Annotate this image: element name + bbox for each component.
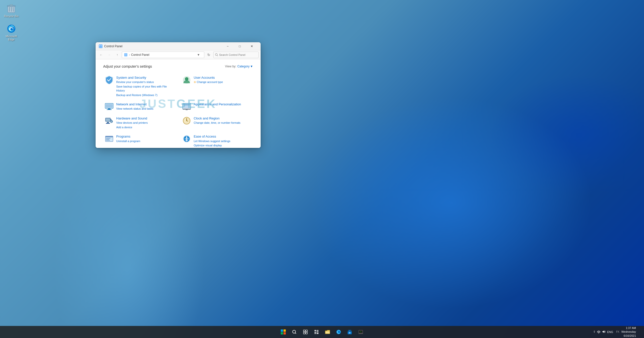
programs-icon bbox=[105, 134, 114, 143]
control-panel-window: Control Panel − □ ✕ ← → ↑ › Control Pane… bbox=[96, 42, 261, 148]
address-field[interactable]: › Control Panel ▼ bbox=[122, 52, 204, 58]
category-clock[interactable]: Clock and Region Change date, time, or n… bbox=[181, 114, 253, 131]
hardware-icon bbox=[105, 116, 114, 125]
appearance-icon bbox=[182, 102, 191, 111]
clock-content: Clock and Region Change date, time, or n… bbox=[194, 116, 252, 125]
svg-rect-13 bbox=[125, 54, 126, 55]
svg-rect-22 bbox=[106, 104, 113, 108]
widgets-icon bbox=[314, 330, 319, 334]
category-programs[interactable]: Programs Uninstall a program bbox=[103, 132, 176, 148]
clock-icon bbox=[182, 116, 191, 125]
explorer-icon bbox=[325, 330, 330, 334]
page-title: Adjust your computer's settings bbox=[103, 64, 152, 68]
svg-rect-29 bbox=[186, 110, 188, 110]
maximize-button[interactable]: □ bbox=[234, 42, 246, 50]
network-tray-icon[interactable] bbox=[597, 330, 600, 334]
taskbar-right: ⇧ ENG FK 1:37 AM Wednesday bbox=[593, 326, 640, 338]
category-network[interactable]: Network and Internet View network status… bbox=[103, 100, 176, 113]
category-system-security[interactable]: System and Security Review your computer… bbox=[103, 73, 176, 99]
svg-rect-8 bbox=[99, 45, 100, 46]
svg-point-17 bbox=[215, 54, 217, 56]
search-icon bbox=[215, 53, 218, 56]
taskbar-store-button[interactable]: M bbox=[345, 327, 355, 337]
link-add-device[interactable]: Add a device bbox=[116, 125, 174, 130]
svg-rect-12 bbox=[124, 53, 127, 56]
taskbar-taskview-button[interactable] bbox=[300, 327, 310, 337]
link-uninstall[interactable]: Uninstall a program bbox=[116, 139, 174, 143]
user-accounts-title[interactable]: User Accounts bbox=[194, 75, 252, 80]
microsoft-edge-desktop-icon[interactable]: Microsoft Edge bbox=[1, 23, 21, 42]
svg-text:M: M bbox=[349, 332, 350, 334]
svg-rect-59 bbox=[303, 330, 305, 332]
category-appearance[interactable]: Appearance and Personalization bbox=[181, 100, 253, 113]
view-by-arrow: ▼ bbox=[250, 65, 253, 68]
svg-rect-67 bbox=[325, 331, 330, 334]
forward-button[interactable]: → bbox=[106, 51, 113, 58]
search-input[interactable] bbox=[219, 53, 257, 56]
close-button[interactable]: ✕ bbox=[246, 42, 258, 50]
start-button[interactable] bbox=[278, 327, 288, 337]
svg-rect-16 bbox=[126, 55, 127, 56]
svg-rect-53 bbox=[281, 329, 283, 332]
svg-rect-56 bbox=[284, 332, 286, 334]
link-change-account[interactable]: ⚙ Change account type bbox=[194, 80, 252, 84]
view-by-dropdown[interactable]: Category ▼ bbox=[237, 65, 253, 68]
taskbar-media-button[interactable] bbox=[356, 327, 366, 337]
volume-tray-icon[interactable] bbox=[602, 330, 606, 334]
category-user-accounts[interactable]: User Accounts ⚙ Change account type bbox=[181, 73, 253, 99]
link-devices-printers[interactable]: View devices and printers bbox=[116, 121, 174, 125]
dropdown-btn[interactable]: ▼ bbox=[195, 51, 202, 58]
up-button[interactable]: ↑ bbox=[114, 51, 121, 58]
link-visual-display[interactable]: Optimize visual display bbox=[194, 143, 252, 148]
ease-title[interactable]: Ease of Access bbox=[194, 134, 252, 139]
svg-rect-43 bbox=[106, 138, 110, 139]
category-ease[interactable]: Ease of Access Let Windows suggest setti… bbox=[181, 132, 253, 148]
svg-line-3 bbox=[9, 7, 10, 12]
link-file-history[interactable]: Save backup copies of your files with Fi… bbox=[116, 84, 174, 93]
edge-image bbox=[6, 24, 16, 34]
lang-indicator[interactable]: ENG bbox=[607, 330, 613, 333]
refresh-button[interactable]: ↻ bbox=[205, 51, 212, 58]
category-hardware[interactable]: Hardware and Sound View devices and prin… bbox=[103, 114, 176, 131]
back-button[interactable]: ← bbox=[98, 51, 105, 58]
taskbar-search-icon bbox=[292, 330, 297, 334]
recycle-bin-label: Recycle Bin bbox=[4, 15, 19, 18]
network-links: View network status and tasks bbox=[116, 107, 174, 111]
minimize-button[interactable]: − bbox=[222, 42, 233, 50]
hardware-links: View devices and printers Add a device bbox=[116, 121, 174, 129]
svg-rect-11 bbox=[101, 47, 102, 48]
clock-title[interactable]: Clock and Region bbox=[194, 116, 252, 121]
taskbar-explorer-button[interactable] bbox=[323, 327, 333, 337]
tray-up-arrow[interactable]: ⇧ bbox=[593, 330, 595, 333]
view-by-label: View by: bbox=[225, 65, 236, 68]
link-network-status[interactable]: View network status and tasks bbox=[116, 107, 174, 111]
svg-rect-14 bbox=[126, 54, 127, 55]
recycle-bin-icon[interactable]: Recycle Bin bbox=[1, 3, 21, 19]
window-controls: − □ ✕ bbox=[222, 42, 258, 50]
clock-display[interactable]: 1:37 AM Wednesday 6/16/2021 bbox=[621, 326, 636, 338]
system-security-title[interactable]: System and Security bbox=[116, 75, 174, 80]
link-windows-suggest[interactable]: Let Windows suggest settings bbox=[194, 139, 252, 143]
svg-rect-10 bbox=[99, 47, 100, 48]
programs-title[interactable]: Programs bbox=[116, 134, 174, 139]
appearance-title[interactable]: Appearance and Personalization bbox=[194, 102, 252, 107]
link-change-datetime[interactable]: Change date, time, or number formats bbox=[194, 121, 252, 125]
svg-rect-61 bbox=[303, 332, 305, 334]
taskbar-edge-button[interactable] bbox=[334, 327, 344, 337]
svg-rect-55 bbox=[281, 332, 283, 334]
link-review-status[interactable]: Review your computer's status bbox=[116, 80, 174, 84]
svg-rect-9 bbox=[101, 45, 102, 46]
windows-logo bbox=[280, 329, 286, 335]
svg-rect-33 bbox=[107, 122, 109, 123]
svg-rect-54 bbox=[284, 329, 286, 332]
clock-date: 6/16/2021 bbox=[621, 334, 636, 338]
hardware-title[interactable]: Hardware and Sound bbox=[116, 116, 174, 121]
taskbar-widgets-button[interactable] bbox=[311, 327, 321, 337]
hardware-content: Hardware and Sound View devices and prin… bbox=[116, 116, 174, 129]
svg-rect-42 bbox=[105, 136, 113, 137]
taskbar-search-button[interactable] bbox=[289, 327, 299, 337]
ease-content: Ease of Access Let Windows suggest setti… bbox=[194, 134, 252, 147]
svg-point-57 bbox=[293, 330, 296, 333]
link-backup-restore[interactable]: Backup and Restore (Windows 7) bbox=[116, 93, 174, 97]
network-title[interactable]: Network and Internet bbox=[116, 102, 174, 107]
